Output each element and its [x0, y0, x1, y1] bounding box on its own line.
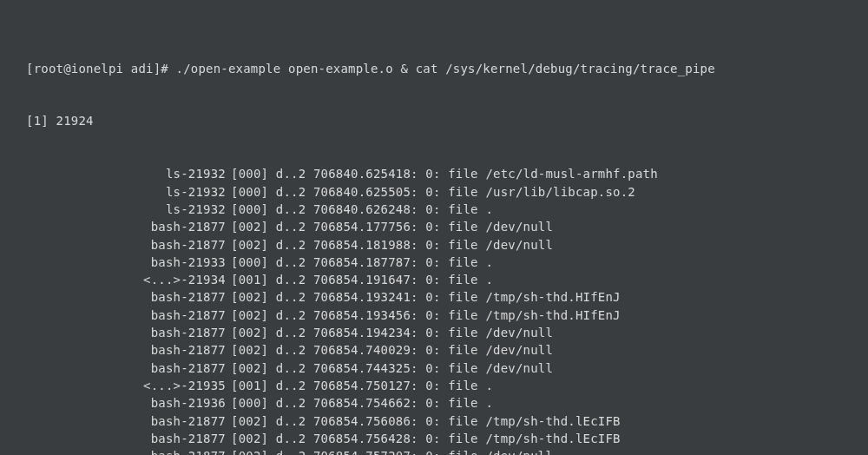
trace-proc: <...>-21934: [26, 271, 226, 288]
trace-row: bash-21877[002] d..2 706854.756428: 0: f…: [26, 430, 842, 447]
trace-proc: bash-21877: [26, 447, 226, 455]
trace-proc: bash-21877: [26, 236, 226, 254]
trace-detail: [000] d..2 706854.187787: 0: file .: [226, 254, 493, 271]
trace-proc: ls-21932: [26, 165, 226, 182]
trace-detail: [002] d..2 706854.177756: 0: file /dev/n…: [226, 218, 553, 235]
trace-proc: ls-21932: [26, 201, 226, 218]
trace-row: bash-21877[002] d..2 706854.757207: 0: f…: [26, 447, 842, 455]
trace-proc: bash-21877: [26, 218, 226, 235]
trace-proc: bash-21877: [26, 324, 226, 341]
trace-detail: [002] d..2 706854.181988: 0: file /dev/n…: [226, 236, 553, 254]
trace-detail: [002] d..2 706854.193241: 0: file /tmp/s…: [226, 288, 621, 306]
trace-proc: bash-21877: [26, 430, 226, 447]
trace-detail: [002] d..2 706854.757207: 0: file /dev/n…: [226, 447, 553, 455]
trace-row: <...>-21935[001] d..2 706854.750127: 0: …: [26, 377, 842, 394]
trace-row: bash-21877[002] d..2 706854.181988: 0: f…: [26, 236, 842, 254]
command-text: ./open-example open-example.o & cat /sys…: [176, 60, 715, 77]
trace-proc: bash-21933: [26, 254, 226, 271]
prompt-prefix: [root@ionelpi adi]#: [26, 60, 176, 77]
trace-row: bash-21877[002] d..2 706854.744325: 0: f…: [26, 359, 842, 377]
trace-row: bash-21933[000] d..2 706854.187787: 0: f…: [26, 254, 842, 271]
trace-row: <...>-21934[001] d..2 706854.191647: 0: …: [26, 271, 842, 288]
trace-row: bash-21877[002] d..2 706854.193241: 0: f…: [26, 288, 842, 306]
trace-proc: bash-21877: [26, 412, 226, 430]
trace-lines: ls-21932[000] d..2 706840.625418: 0: fil…: [26, 165, 842, 455]
trace-detail: [002] d..2 706854.756428: 0: file /tmp/s…: [226, 430, 621, 447]
trace-proc: bash-21877: [26, 341, 226, 359]
trace-row: bash-21877[002] d..2 706854.756086: 0: f…: [26, 412, 842, 430]
trace-detail: [002] d..2 706854.740029: 0: file /dev/n…: [226, 341, 553, 359]
terminal-output[interactable]: [root@ionelpi adi]# ./open-example open-…: [26, 24, 842, 455]
trace-detail: [001] d..2 706854.750127: 0: file .: [226, 377, 493, 394]
trace-detail: [002] d..2 706854.756086: 0: file /tmp/s…: [226, 412, 621, 430]
trace-proc: <...>-21935: [26, 377, 226, 394]
job-notice: [1] 21924: [26, 112, 842, 129]
trace-proc: ls-21932: [26, 183, 226, 201]
trace-detail: [000] d..2 706840.626248: 0: file .: [226, 201, 493, 218]
trace-row: ls-21932[000] d..2 706840.625418: 0: fil…: [26, 165, 842, 182]
trace-detail: [000] d..2 706854.754662: 0: file .: [226, 394, 493, 412]
trace-proc: bash-21877: [26, 359, 226, 377]
trace-row: ls-21932[000] d..2 706840.625505: 0: fil…: [26, 183, 842, 201]
trace-proc: bash-21936: [26, 394, 226, 412]
trace-proc: bash-21877: [26, 307, 226, 324]
trace-detail: [002] d..2 706854.194234: 0: file /dev/n…: [226, 324, 553, 341]
trace-row: bash-21877[002] d..2 706854.194234: 0: f…: [26, 324, 842, 341]
trace-detail: [002] d..2 706854.744325: 0: file /dev/n…: [226, 359, 553, 377]
trace-row: bash-21877[002] d..2 706854.177756: 0: f…: [26, 218, 842, 235]
trace-detail: [000] d..2 706840.625418: 0: file /etc/l…: [226, 165, 658, 182]
command-line: [root@ionelpi adi]# ./open-example open-…: [26, 60, 842, 77]
trace-detail: [001] d..2 706854.191647: 0: file .: [226, 271, 493, 288]
trace-row: bash-21877[002] d..2 706854.193456: 0: f…: [26, 307, 842, 324]
trace-proc: bash-21877: [26, 288, 226, 306]
trace-row: ls-21932[000] d..2 706840.626248: 0: fil…: [26, 201, 842, 218]
trace-detail: [002] d..2 706854.193456: 0: file /tmp/s…: [226, 307, 621, 324]
trace-row: bash-21936[000] d..2 706854.754662: 0: f…: [26, 394, 842, 412]
trace-row: bash-21877[002] d..2 706854.740029: 0: f…: [26, 341, 842, 359]
trace-detail: [000] d..2 706840.625505: 0: file /usr/l…: [226, 183, 635, 201]
